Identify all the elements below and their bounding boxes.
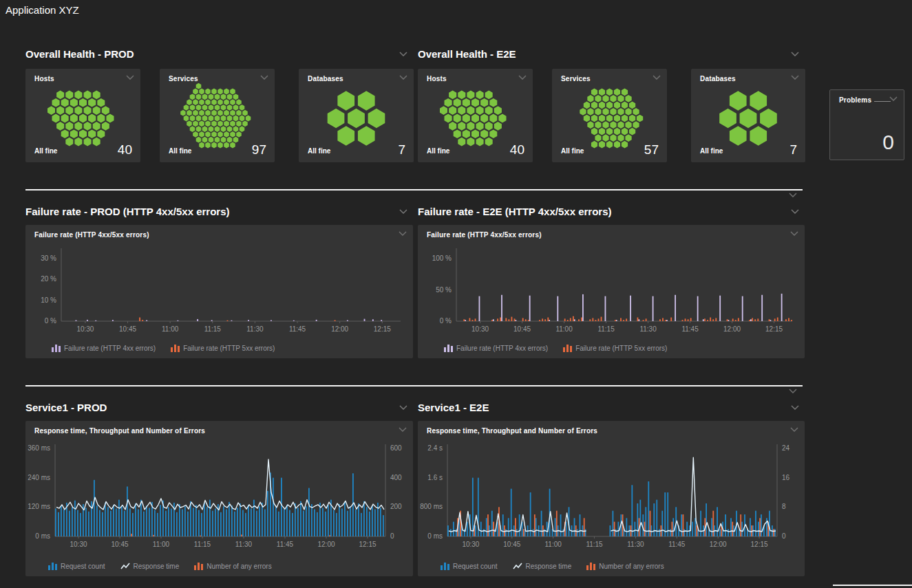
chart-tile-service1-prod[interactable]: Response time, Throughput and Number of … — [25, 421, 413, 576]
svg-text:10:30: 10:30 — [462, 541, 479, 548]
chevron-down-icon[interactable] — [399, 52, 407, 56]
problems-count: 0 — [882, 131, 894, 154]
legend-label: Failure rate (HTTP 4xx errors) — [64, 345, 156, 352]
divider-line — [25, 385, 803, 386]
health-tile-databases-prod[interactable]: Databases All fine 7 — [299, 69, 414, 162]
chevron-down-icon[interactable] — [789, 193, 797, 197]
chevron-down-icon[interactable] — [889, 96, 898, 101]
chevron-down-icon[interactable] — [791, 209, 799, 214]
svg-text:12:15: 12:15 — [751, 541, 768, 548]
svg-text:120 ms: 120 ms — [28, 503, 50, 510]
status-label: All fine — [308, 147, 330, 155]
svg-text:11:45: 11:45 — [277, 541, 294, 548]
chart-tile-service1-e2e[interactable]: Response time, Throughput and Number of … — [418, 421, 805, 576]
section-header-service1-prod: Service1 - PROD — [25, 402, 413, 415]
legend-item-4xx[interactable]: Failure rate (HTTP 4xx errors) — [444, 345, 548, 352]
divider-line — [833, 585, 912, 586]
bar-chart-icon — [194, 563, 203, 570]
health-tile-services-prod[interactable]: Services All fine 97 — [160, 69, 275, 162]
svg-text:24: 24 — [782, 444, 790, 452]
svg-text:8: 8 — [782, 503, 786, 510]
svg-text:20 %: 20 % — [41, 275, 56, 283]
section-header-failure-e2e: Failure rate - E2E (HTTP 4xx/5xx errors) — [418, 206, 805, 219]
section-title: Service1 - PROD — [25, 402, 107, 413]
chart-legend: Failure rate (HTTP 4xx errors) Failure r… — [52, 345, 275, 352]
svg-text:200: 200 — [390, 503, 402, 510]
chart-legend: Failure rate (HTTP 4xx errors) Failure r… — [444, 345, 667, 352]
legend-item-4xx[interactable]: Failure rate (HTTP 4xx errors) — [52, 345, 156, 352]
entity-count: 97 — [252, 142, 266, 157]
legend-label: Response time — [134, 563, 180, 570]
svg-text:11:00: 11:00 — [545, 541, 562, 548]
svg-text:400: 400 — [390, 474, 402, 481]
legend-item-errors[interactable]: Number of any errors — [586, 563, 664, 570]
section-header-overall-health-prod: Overall Health - PROD — [25, 48, 413, 62]
health-tile-databases-e2e[interactable]: Databases All fine 7 — [691, 69, 805, 162]
svg-text:10:45: 10:45 — [513, 325, 531, 333]
legend-item-request-count[interactable]: Request count — [441, 563, 498, 570]
svg-text:50 %: 50 % — [436, 286, 452, 294]
svg-text:100 %: 100 % — [432, 254, 452, 262]
legend-item-5xx[interactable]: Failure rate (HTTP 5xx errors) — [563, 345, 667, 352]
section-title: Failure rate - PROD (HTTP 4xx/5xx errors… — [25, 206, 230, 217]
dashboard: Application XYZ Overall Health - PROD Ov… — [0, 0, 912, 588]
svg-text:10:45: 10:45 — [119, 325, 136, 333]
svg-text:12:00: 12:00 — [710, 541, 727, 548]
svg-text:360 ms: 360 ms — [28, 444, 50, 452]
chevron-down-icon[interactable] — [399, 209, 407, 214]
legend-item-response-time[interactable]: Response time — [513, 563, 572, 570]
svg-text:12:15: 12:15 — [359, 541, 376, 548]
status-label: All fine — [427, 147, 449, 155]
svg-text:11:30: 11:30 — [246, 325, 264, 333]
svg-text:10:45: 10:45 — [503, 541, 520, 548]
tile-title: Problems — [839, 96, 871, 104]
problems-tile[interactable]: Problems 0 — [829, 89, 904, 160]
svg-text:10:30: 10:30 — [76, 325, 94, 333]
svg-text:0 %: 0 % — [440, 317, 452, 325]
svg-text:0 ms: 0 ms — [35, 532, 50, 540]
legend-label: Failure rate (HTTP 5xx errors) — [575, 345, 667, 352]
chevron-down-icon[interactable] — [791, 405, 799, 410]
health-tile-hosts-prod[interactable]: Hosts All fine 40 — [25, 69, 140, 162]
health-tile-services-e2e[interactable]: Services All fine 57 — [552, 69, 667, 162]
legend-label: Number of any errors — [599, 563, 664, 570]
legend-label: Number of any errors — [206, 563, 271, 570]
legend-item-errors[interactable]: Number of any errors — [194, 563, 271, 570]
bar-chart-icon — [441, 563, 449, 570]
chevron-down-icon[interactable] — [789, 389, 797, 393]
svg-text:1.6 s: 1.6 s — [427, 474, 443, 481]
chart-legend: Request count Response time Number of an… — [441, 563, 664, 570]
chart-legend: Request count Response time Number of an… — [48, 563, 272, 570]
svg-text:10:30: 10:30 — [70, 541, 87, 548]
legend-item-request-count[interactable]: Request count — [48, 563, 105, 570]
bar-chart-icon — [52, 345, 61, 352]
svg-text:11:15: 11:15 — [194, 541, 211, 548]
status-label: All fine — [700, 147, 723, 155]
divider-line — [25, 189, 803, 190]
svg-text:11:30: 11:30 — [627, 541, 644, 548]
svg-text:10 %: 10 % — [41, 296, 56, 304]
svg-text:10:45: 10:45 — [111, 541, 128, 548]
chart-tile-failure-prod[interactable]: Failure rate (HTTP 4xx/5xx errors) 30 %2… — [25, 225, 413, 358]
service-metrics-chart-e2e: 2.4 s1.6 s800 ms0 ms24168010:3010:4511:0… — [418, 421, 805, 576]
bar-chart-icon — [444, 345, 453, 352]
section-header-service1-e2e: Service1 - E2E — [418, 402, 805, 415]
section-header-failure-prod: Failure rate - PROD (HTTP 4xx/5xx errors… — [25, 206, 413, 219]
health-tile-hosts-e2e[interactable]: Hosts All fine 40 — [418, 69, 533, 162]
chevron-down-icon[interactable] — [399, 405, 407, 410]
bar-chart-icon — [171, 345, 180, 352]
chart-tile-failure-e2e[interactable]: Failure rate (HTTP 4xx/5xx errors) 100 %… — [418, 225, 805, 358]
svg-text:12:00: 12:00 — [317, 541, 335, 548]
failure-rate-chart-prod: 30 %20 %10 %0 %10:3010:4511:0011:1511:30… — [25, 225, 413, 358]
bar-chart-icon — [586, 563, 595, 570]
svg-text:240 ms: 240 ms — [28, 474, 50, 481]
chevron-down-icon[interactable] — [791, 52, 799, 56]
svg-text:12:00: 12:00 — [723, 325, 741, 333]
legend-item-response-time[interactable]: Response time — [120, 563, 180, 570]
section-title: Overall Health - E2E — [418, 48, 516, 60]
legend-item-5xx[interactable]: Failure rate (HTTP 5xx errors) — [171, 345, 275, 352]
entity-count: 57 — [644, 142, 659, 157]
svg-text:11:15: 11:15 — [204, 325, 222, 333]
svg-text:11:00: 11:00 — [162, 325, 179, 333]
svg-text:600: 600 — [390, 444, 402, 452]
